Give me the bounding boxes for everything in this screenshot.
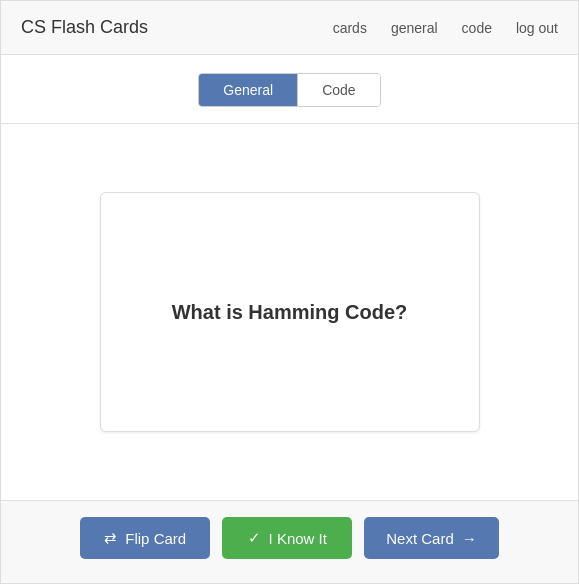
- tab-general[interactable]: General: [199, 74, 298, 106]
- next-card-button[interactable]: Next Card →: [364, 517, 499, 559]
- app-title: CS Flash Cards: [21, 17, 148, 38]
- flip-card-label: Flip Card: [125, 530, 186, 547]
- know-it-button[interactable]: ✓ I Know It: [222, 517, 352, 559]
- flash-card: What is Hamming Code?: [100, 192, 480, 432]
- navbar: CS Flash Cards cards general code log ou…: [1, 1, 578, 55]
- tab-code[interactable]: Code: [298, 74, 379, 106]
- nav-link-general[interactable]: general: [391, 20, 438, 36]
- flip-icon: ⇄: [104, 529, 117, 547]
- check-icon: ✓: [248, 529, 261, 547]
- card-question: What is Hamming Code?: [152, 281, 428, 344]
- nav-link-cards[interactable]: cards: [333, 20, 367, 36]
- nav-link-logout[interactable]: log out: [516, 20, 558, 36]
- app-container: CS Flash Cards cards general code log ou…: [0, 0, 579, 584]
- flip-card-button[interactable]: ⇄ Flip Card: [80, 517, 210, 559]
- card-area: What is Hamming Code?: [1, 124, 578, 500]
- nav-links: cards general code log out: [333, 20, 558, 36]
- arrow-right-icon: →: [462, 530, 477, 547]
- nav-link-code[interactable]: code: [462, 20, 492, 36]
- know-it-label: I Know It: [269, 530, 327, 547]
- tab-section: General Code: [1, 55, 578, 124]
- bottom-buttons: ⇄ Flip Card ✓ I Know It Next Card →: [1, 500, 578, 583]
- tab-group: General Code: [198, 73, 380, 107]
- next-card-label: Next Card: [386, 530, 454, 547]
